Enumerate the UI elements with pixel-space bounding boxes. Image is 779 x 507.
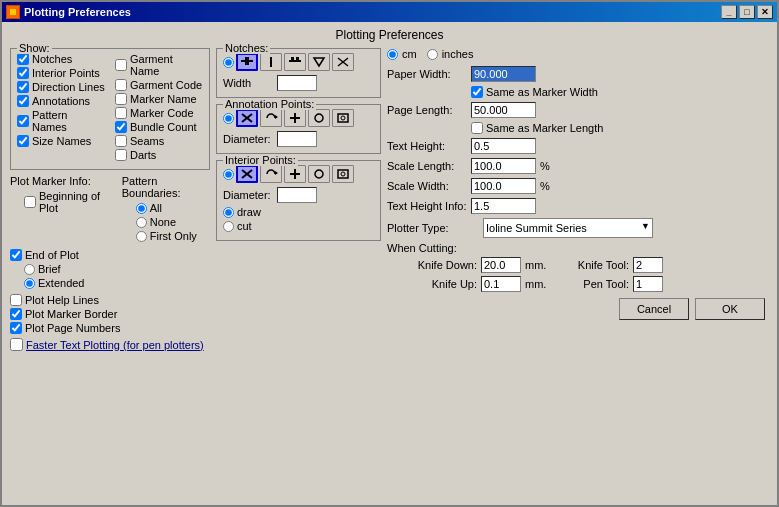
interior-points-checkbox[interactable] bbox=[17, 67, 29, 79]
notches-width-input[interactable]: 0.5 bbox=[277, 75, 317, 91]
text-height-info-input[interactable] bbox=[471, 198, 536, 214]
cb-notches: Notches bbox=[17, 53, 105, 65]
seams-checkbox[interactable] bbox=[115, 135, 127, 147]
text-height-input[interactable] bbox=[471, 138, 536, 154]
marker-name-checkbox[interactable] bbox=[115, 93, 127, 105]
text-height-info-row: Text Height Info: bbox=[387, 198, 769, 214]
svg-rect-25 bbox=[338, 170, 348, 178]
end-of-plot-checkbox[interactable] bbox=[10, 249, 22, 261]
svg-rect-5 bbox=[289, 60, 301, 62]
annot-circle-button[interactable] bbox=[308, 109, 330, 127]
cb-seams: Seams bbox=[115, 135, 203, 147]
notch-t-button[interactable] bbox=[236, 53, 258, 71]
garment-code-checkbox[interactable] bbox=[115, 79, 127, 91]
cut-radio[interactable] bbox=[223, 221, 234, 232]
same-marker-length-row: Same as Marker Length bbox=[471, 122, 769, 134]
notches-width-row: Width 0.5 bbox=[223, 75, 374, 91]
cb-marker-code: Marker Code bbox=[115, 107, 203, 119]
close-button[interactable]: ✕ bbox=[757, 5, 773, 19]
marker-code-checkbox[interactable] bbox=[115, 107, 127, 119]
annot-x-button[interactable] bbox=[236, 109, 258, 127]
svg-rect-1 bbox=[10, 9, 16, 15]
intpt-x-button[interactable] bbox=[236, 165, 258, 183]
paper-width-input[interactable] bbox=[471, 66, 536, 82]
draw-radio[interactable] bbox=[223, 207, 234, 218]
pattern-names-checkbox[interactable] bbox=[17, 115, 29, 127]
cb-darts: Darts bbox=[115, 149, 203, 161]
annot-rotate-button[interactable] bbox=[260, 109, 282, 127]
intpt-rotate-button[interactable] bbox=[260, 165, 282, 183]
notch-slit-button[interactable] bbox=[260, 53, 282, 71]
show-columns: Notches Interior Points Direction Lines bbox=[17, 53, 203, 163]
page-length-input[interactable] bbox=[471, 102, 536, 118]
eop-extended-radio[interactable] bbox=[24, 278, 35, 289]
main-title: Plotting Preferences bbox=[10, 28, 769, 42]
notch-radio-0[interactable] bbox=[223, 57, 234, 68]
svg-rect-4 bbox=[270, 57, 272, 67]
knife-up-input[interactable] bbox=[481, 276, 521, 292]
when-cutting-section: When Cutting: Knife Down: mm. Knife Tool… bbox=[387, 242, 769, 292]
main-layout: Show: Notches Interior Points bbox=[10, 48, 769, 489]
pb-all-radio[interactable] bbox=[136, 203, 147, 214]
knife-down-input[interactable] bbox=[481, 257, 521, 273]
notch-v-button[interactable] bbox=[308, 53, 330, 71]
intpt-radio-0[interactable] bbox=[223, 169, 234, 180]
interior-diameter-input[interactable]: 0.5 bbox=[277, 187, 317, 203]
intpt-circle-button[interactable] bbox=[308, 165, 330, 183]
svg-point-18 bbox=[341, 116, 345, 120]
notch-x-button[interactable] bbox=[332, 53, 354, 71]
bundle-count-checkbox[interactable] bbox=[115, 121, 127, 133]
pattern-boundaries-label: Pattern Boundaries: bbox=[122, 175, 210, 199]
eop-brief-radio[interactable] bbox=[24, 264, 35, 275]
notch-castle-button[interactable] bbox=[284, 53, 306, 71]
knife-up-label: Knife Up: bbox=[387, 278, 477, 290]
pb-none-radio[interactable] bbox=[136, 217, 147, 228]
svg-rect-6 bbox=[291, 57, 294, 62]
intpt-plus-button[interactable] bbox=[284, 165, 306, 183]
cancel-button[interactable]: Cancel bbox=[619, 298, 689, 320]
intpt-sq-circle-button[interactable] bbox=[332, 165, 354, 183]
annotations-checkbox[interactable] bbox=[17, 95, 29, 107]
annot-plus-button[interactable] bbox=[284, 109, 306, 127]
plot-marker-border-checkbox[interactable] bbox=[10, 308, 22, 320]
direction-lines-checkbox[interactable] bbox=[17, 81, 29, 93]
app-icon bbox=[6, 5, 20, 19]
annot-radio-0[interactable] bbox=[223, 113, 234, 124]
plotter-type-select[interactable]: Ioline Summit Series bbox=[483, 218, 653, 238]
scale-width-input[interactable] bbox=[471, 178, 536, 194]
draw-radio-row: draw bbox=[223, 206, 374, 218]
knife-tool-input[interactable] bbox=[633, 257, 663, 273]
svg-marker-8 bbox=[314, 58, 324, 66]
annotation-diameter-input[interactable]: 0.5 bbox=[277, 131, 317, 147]
pen-tool-input[interactable] bbox=[633, 276, 663, 292]
cut-label: cut bbox=[237, 220, 252, 232]
minimize-button[interactable]: _ bbox=[721, 5, 737, 19]
faster-text-checkbox[interactable] bbox=[10, 338, 23, 351]
eop-brief-label: Brief bbox=[38, 263, 61, 275]
cm-radio[interactable] bbox=[387, 49, 398, 60]
plotter-select-wrapper: Ioline Summit Series bbox=[483, 218, 653, 238]
interior-diameter-label: Diameter: bbox=[223, 189, 273, 201]
beginning-of-plot-checkbox[interactable] bbox=[24, 196, 36, 208]
ok-button[interactable]: OK bbox=[695, 298, 765, 320]
same-marker-length-checkbox[interactable] bbox=[471, 122, 483, 134]
annot-sq-circle-button[interactable] bbox=[332, 109, 354, 127]
plot-page-numbers-checkbox[interactable] bbox=[10, 322, 22, 334]
svg-point-26 bbox=[341, 172, 345, 176]
notches-checkbox[interactable] bbox=[17, 53, 29, 65]
maximize-button[interactable]: □ bbox=[739, 5, 755, 19]
content-area: Plotting Preferences Show: Notches bbox=[2, 22, 777, 505]
text-height-label: Text Height: bbox=[387, 140, 467, 152]
scale-length-row: Scale Length: % bbox=[387, 158, 769, 174]
notches-box: Notches: bbox=[216, 48, 381, 98]
size-names-checkbox[interactable] bbox=[17, 135, 29, 147]
scale-length-unit: % bbox=[540, 160, 550, 172]
darts-checkbox[interactable] bbox=[115, 149, 127, 161]
scale-length-input[interactable] bbox=[471, 158, 536, 174]
same-marker-width-checkbox[interactable] bbox=[471, 86, 483, 98]
pb-first-only-radio[interactable] bbox=[136, 231, 147, 242]
annotation-diameter-label: Diameter: bbox=[223, 133, 273, 145]
garment-name-checkbox[interactable] bbox=[115, 59, 127, 71]
inches-radio[interactable] bbox=[427, 49, 438, 60]
plot-help-lines-checkbox[interactable] bbox=[10, 294, 22, 306]
